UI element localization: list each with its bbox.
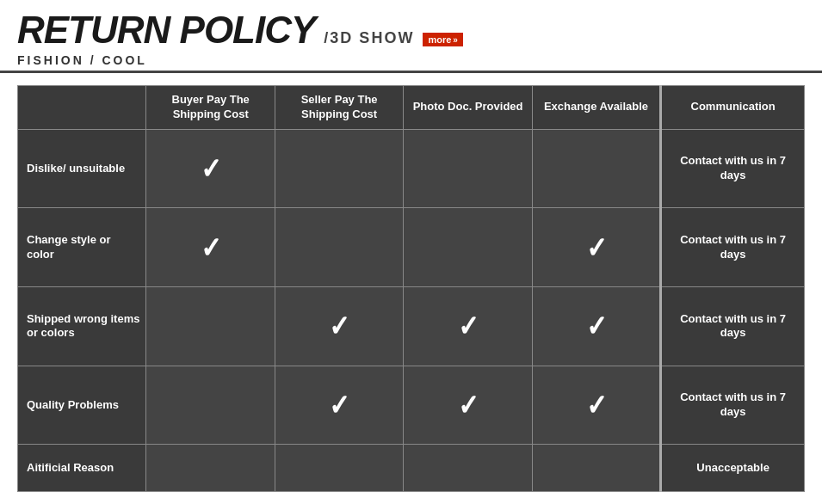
cell-artificial-seller <box>275 445 403 492</box>
table-container: Buyer Pay The Shipping Cost Seller Pay T… <box>0 73 822 504</box>
cell-dislike-comm: Contact with us in 7 days <box>661 129 805 208</box>
page-wrapper: RETURN POLICY /3D SHOW more » FISHION / … <box>0 0 822 504</box>
header: RETURN POLICY /3D SHOW more » FISHION / … <box>0 0 822 73</box>
sub-title-3d: /3D SHOW <box>324 29 414 47</box>
cell-dislike-exchange <box>532 129 660 208</box>
col-header-photo: Photo Doc. Provided <box>404 86 532 130</box>
table-row: Shipped wrong items or colors ✓ ✓ ✓ Cont… <box>18 287 805 366</box>
col-header-communication: Communication <box>661 86 805 130</box>
table-row: Quality Problems ✓ ✓ ✓ Contact with us i… <box>18 366 805 445</box>
corner-cell <box>18 86 146 130</box>
table-row: Dislike/ unsuitable ✓ Contact with us in… <box>18 129 805 208</box>
row-label-quality: Quality Problems <box>18 366 146 445</box>
col-header-seller: Seller Pay The Shipping Cost <box>275 86 403 130</box>
cell-shipped-seller: ✓ <box>275 287 403 366</box>
cell-artificial-buyer <box>146 445 275 492</box>
row-label-shipped: Shipped wrong items or colors <box>18 287 146 366</box>
sub-header: FISHION / COOL <box>17 52 805 67</box>
return-policy-table: Buyer Pay The Shipping Cost Seller Pay T… <box>17 85 805 492</box>
cell-artificial-comm: Unacceptable <box>661 445 805 492</box>
cell-change-comm: Contact with us in 7 days <box>661 208 805 287</box>
checkmark-icon: ✓ <box>586 388 607 422</box>
table-row: Aitificial Reason Unacceptable <box>18 445 805 492</box>
cell-artificial-photo <box>404 445 532 492</box>
more-label: more <box>428 34 451 45</box>
checkmark-icon: ✓ <box>201 151 221 186</box>
cell-change-exchange: ✓ <box>532 208 660 287</box>
cell-shipped-photo: ✓ <box>404 287 532 366</box>
cell-shipped-comm: Contact with us in 7 days <box>661 287 805 366</box>
table-header-row: Buyer Pay The Shipping Cost Seller Pay T… <box>18 86 805 130</box>
table-row: Change style or color ✓ ✓ Contact with u… <box>18 208 805 287</box>
checkmark-icon: ✓ <box>329 388 349 422</box>
cell-quality-comm: Contact with us in 7 days <box>661 366 805 445</box>
row-label-artificial: Aitificial Reason <box>18 445 146 492</box>
row-label-dislike: Dislike/ unsuitable <box>18 129 146 208</box>
cell-artificial-exchange <box>532 445 660 492</box>
cell-dislike-buyer: ✓ <box>146 129 275 208</box>
checkmark-icon: ✓ <box>458 309 479 343</box>
cell-shipped-exchange: ✓ <box>532 287 660 366</box>
cell-change-photo <box>404 208 532 287</box>
col-header-buyer: Buyer Pay The Shipping Cost <box>146 86 275 130</box>
checkmark-icon: ✓ <box>201 230 221 265</box>
cell-quality-buyer <box>146 366 275 445</box>
row-label-change: Change style or color <box>18 208 146 287</box>
cell-quality-photo: ✓ <box>404 366 532 445</box>
cell-change-seller <box>275 208 403 287</box>
cell-quality-seller: ✓ <box>275 366 403 445</box>
main-title: RETURN POLICY <box>17 9 315 52</box>
checkmark-icon: ✓ <box>586 230 607 265</box>
checkmark-icon: ✓ <box>458 388 479 422</box>
more-arrow-icon: » <box>453 35 458 45</box>
cell-dislike-photo <box>404 129 532 208</box>
col-header-exchange: Exchange Available <box>532 86 660 130</box>
more-button[interactable]: more » <box>423 33 462 46</box>
cell-dislike-seller <box>275 129 403 208</box>
checkmark-icon: ✓ <box>586 309 607 343</box>
header-title-row: RETURN POLICY /3D SHOW more » <box>17 9 805 52</box>
cell-quality-exchange: ✓ <box>532 366 660 445</box>
checkmark-icon: ✓ <box>329 309 349 343</box>
cell-shipped-buyer <box>146 287 275 366</box>
cell-change-buyer: ✓ <box>146 208 275 287</box>
